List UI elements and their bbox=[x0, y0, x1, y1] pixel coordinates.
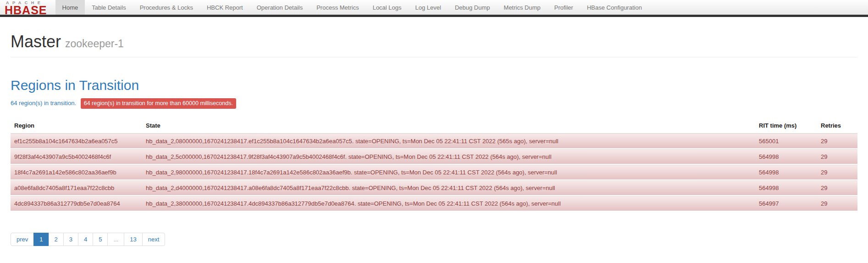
state-cell: hb_data_2,98000000,1670241238417.18f4c7a… bbox=[142, 165, 755, 180]
nav-item-hbase-configuration[interactable]: HBase Configuration bbox=[580, 0, 649, 15]
retries-cell: 29 bbox=[817, 196, 857, 212]
nav-item-table-details[interactable]: Table Details bbox=[85, 0, 133, 15]
retries-cell: 29 bbox=[817, 180, 857, 196]
navbar-menu: Home Table Details Procedures & Locks HB… bbox=[55, 0, 649, 15]
regions-in-transition-section: Regions in Transition 64 region(s) in tr… bbox=[11, 78, 857, 253]
pagination-ellipsis: ... bbox=[107, 233, 124, 246]
column-header-region: Region bbox=[11, 118, 142, 134]
region-cell: ef1c255b8a104c1647634b2a6ea057c5 bbox=[11, 134, 142, 149]
nav-item-hbck-report[interactable]: HBCK Report bbox=[200, 0, 250, 15]
retries-cell: 29 bbox=[817, 165, 857, 180]
page-title: Masterzookeeper-1 bbox=[11, 32, 857, 51]
state-cell: hb_data_2,08000000,1670241238417.ef1c255… bbox=[142, 134, 755, 149]
rit-time-cell: 564998 bbox=[755, 149, 817, 165]
nav-item-profiler[interactable]: Profiler bbox=[547, 0, 580, 15]
table-row: 4dc894337b86a312779db5e7d0ea8764 hb_data… bbox=[11, 196, 857, 212]
page-header: Masterzookeeper-1 bbox=[11, 32, 857, 57]
nav-item-log-level[interactable]: Log Level bbox=[409, 0, 448, 15]
top-navbar: APACHE HBASE Home Table Details Procedur… bbox=[0, 0, 868, 17]
rit-time-cell: 564997 bbox=[755, 196, 817, 212]
rit-summary-line: 64 region(s) in transition. 64 region(s)… bbox=[11, 98, 857, 109]
rit-table: Region State RIT time (ms) Retries ef1c2… bbox=[11, 118, 857, 212]
pagination-next[interactable]: next bbox=[142, 233, 166, 246]
state-cell: hb_data_2,38000000,1670241238417.4dc8943… bbox=[142, 196, 755, 212]
region-cell: a08e6fa8dc7405a8f171eaa7f22c8cbb bbox=[11, 180, 142, 196]
pagination-page-5[interactable]: 5 bbox=[93, 233, 108, 246]
pagination-page-3[interactable]: 3 bbox=[63, 233, 78, 246]
pagination-page-1[interactable]: 1 bbox=[33, 233, 49, 246]
region-cell: 9f28f3af4c43907a9c5b4002468f4c6f bbox=[11, 149, 142, 165]
region-cell: 18f4c7a2691a142e586c802aa36aef9b bbox=[11, 165, 142, 180]
pagination-page-2[interactable]: 2 bbox=[49, 233, 64, 246]
nav-item-metrics-dump[interactable]: Metrics Dump bbox=[497, 0, 547, 15]
nav-item-operation-details[interactable]: Operation Details bbox=[250, 0, 310, 15]
table-row: a08e6fa8dc7405a8f171eaa7f22c8cbb hb_data… bbox=[11, 180, 857, 196]
column-header-state: State bbox=[142, 118, 755, 134]
rit-warning-badge: 64 region(s) in transition for more than… bbox=[81, 98, 236, 109]
rit-time-cell: 564998 bbox=[755, 165, 817, 180]
retries-cell: 29 bbox=[817, 134, 857, 149]
table-header-row: Region State RIT time (ms) Retries bbox=[11, 118, 857, 134]
state-cell: hb_data_2,5c000000,1670241238417.9f28f3a… bbox=[142, 149, 755, 165]
rit-time-cell: 565001 bbox=[755, 134, 817, 149]
rit-time-cell: 564998 bbox=[755, 180, 817, 196]
nav-item-local-logs[interactable]: Local Logs bbox=[366, 0, 409, 15]
page-subtitle: zookeeper-1 bbox=[65, 38, 124, 50]
pagination: prev 1 2 3 4 5 ... 13 next bbox=[11, 233, 165, 246]
retries-cell: 29 bbox=[817, 149, 857, 165]
nav-item-procedures-locks[interactable]: Procedures & Locks bbox=[133, 0, 200, 15]
pagination-page-13[interactable]: 13 bbox=[124, 233, 142, 246]
table-row: 18f4c7a2691a142e586c802aa36aef9b hb_data… bbox=[11, 165, 857, 180]
pagination-page-4[interactable]: 4 bbox=[78, 233, 93, 246]
page-title-text: Master bbox=[11, 32, 61, 51]
page-content: Masterzookeeper-1 Regions in Transition … bbox=[0, 32, 868, 253]
table-row: 9f28f3af4c43907a9c5b4002468f4c6f hb_data… bbox=[11, 149, 857, 165]
nav-item-debug-dump[interactable]: Debug Dump bbox=[448, 0, 497, 15]
nav-item-home[interactable]: Home bbox=[55, 0, 85, 15]
region-cell: 4dc894337b86a312779db5e7d0ea8764 bbox=[11, 196, 142, 212]
column-header-rit-time: RIT time (ms) bbox=[755, 118, 817, 134]
hbase-logo-text: HBASE bbox=[5, 5, 47, 16]
state-cell: hb_data_2,d4000000,1670241238417.a08e6fa… bbox=[142, 180, 755, 196]
section-title: Regions in Transition bbox=[11, 78, 857, 93]
pagination-prev[interactable]: prev bbox=[11, 233, 34, 246]
nav-item-process-metrics[interactable]: Process Metrics bbox=[310, 0, 365, 15]
hbase-logo[interactable]: APACHE HBASE bbox=[0, 0, 55, 15]
table-row: ef1c255b8a104c1647634b2a6ea057c5 hb_data… bbox=[11, 134, 857, 149]
column-header-retries: Retries bbox=[817, 118, 857, 134]
rit-summary-link[interactable]: 64 region(s) in transition. bbox=[11, 100, 76, 106]
